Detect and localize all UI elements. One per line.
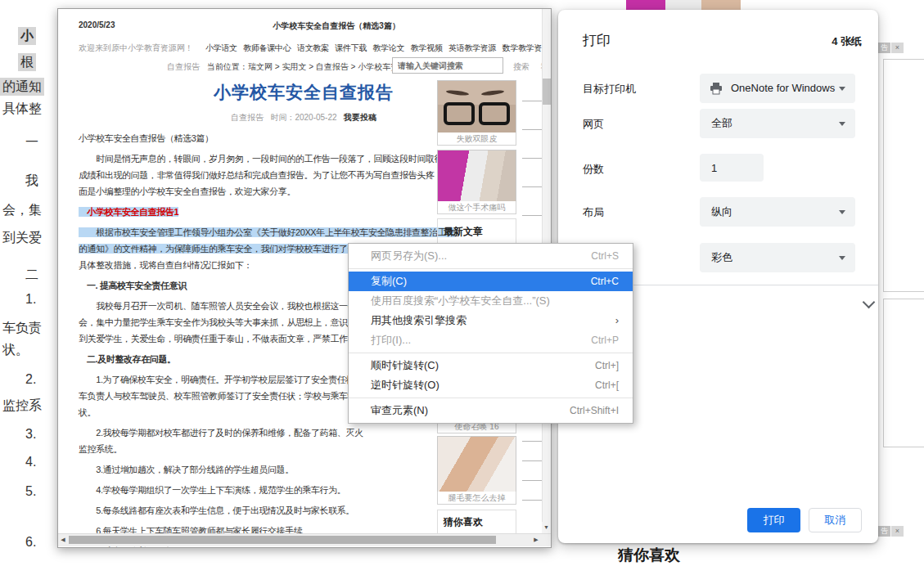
copies-input[interactable] [700,154,764,182]
scroll-right-arrow-icon[interactable]: ▶ [531,533,541,546]
glasses-lens-shape [444,102,475,125]
search-button[interactable]: 搜索 [513,61,530,73]
list-separator [522,215,543,216]
ad-label: 告 [878,526,890,537]
search-input[interactable] [392,57,503,74]
layout-label: 布局 [583,205,604,220]
context-menu-item: 打印(I)...Ctrl+P [349,330,633,350]
article-heading-line: 小学校车安全自查报告1 [79,204,436,220]
menu-item-shortcut: Ctrl+Shift+I [570,401,619,420]
latest-articles-heading: 最新文章 [444,225,483,239]
context-menu-item[interactable]: 顺时针旋转(C)Ctrl+] [349,356,633,375]
pages-select[interactable]: 全部 [700,109,855,138]
menu-item-label: 网页另存为(S)... [371,246,447,266]
article-text-line: 5.每条线路都有座次表和学生信息，便于出现情况及时与家长联系。 [79,502,436,519]
menu-item-label: 使用百度搜索“小学校车安全自查...”(S) [371,291,550,311]
context-menu-item[interactable]: 复制(C)Ctrl+C [349,272,633,291]
ad-badge-top: 告 × [878,43,904,53]
context-menu-item: 网页另存为(S)...Ctrl+S [349,246,633,266]
background-text-fragment: 一 [23,133,41,151]
breadcrumb: 当前位置：瑞文网 > 实用文 > 自查报告 > 小学校车安全自 [207,61,415,73]
menu-item-shortcut: Ctrl+S [591,246,619,266]
background-text-fragment: 1. [23,290,38,308]
document-meta: 自查报告 时间：2020-05-22 我要投稿 [156,112,451,124]
preview-print-date: 2020/5/23 [79,20,115,29]
menu-separator [349,398,633,398]
color-select[interactable]: 彩色 [700,243,855,272]
document-title: 小学校车安全自查报告 [181,81,426,104]
eyebrow-shape [481,89,504,96]
list-separator [522,441,543,442]
pages-value: 全部 [711,109,732,138]
background-text-fragment: 根 [18,53,36,71]
article-text-line: 2.我校每学期都对校车都进行了及时的保养和维修，配备了药箱、灭火 [79,424,436,441]
article-heading-line: 根据市校车安全管理工作领导小组办公室《关于做好20XX年上半年校车安全隐患排查整… [79,224,436,240]
article-text-line: 3.通过增加趟次，解决了部分线路的学生超员问题。 [79,461,436,478]
thumbnail-caption[interactable]: 腿毛要怎么去掉 [437,492,516,505]
menu-item-label: 用其他搜索引擎搜索 [371,311,467,330]
menu-item-shortcut: Ctrl+C [591,272,619,291]
background-text-fragment: 6. [23,533,38,551]
background-text-fragment: 5. [23,483,38,501]
background-text-fragment: 车负责 [0,319,44,337]
print-button[interactable]: 打印 [747,508,800,532]
layout-select[interactable]: 纵向 [700,197,855,227]
thumbnail-glasses-image[interactable] [437,80,516,134]
list-separator [522,480,543,481]
site-nav[interactable]: 小学语文 教师备课中心 语文教案 课件下载 教学论文 教学视频 英语教学资源 数… [205,43,552,54]
context-menu-item[interactable]: 逆时针旋转(O)Ctrl+[ [349,375,633,395]
ad-close-icon[interactable]: × [891,43,904,53]
background-ad-box-2 [883,299,924,447]
background-ad-box [883,59,924,292]
guess-you-like-heading: 猜你喜欢 [444,515,483,529]
layout-value: 纵向 [711,197,732,227]
background-text-fragment: 二 [23,266,41,284]
background-text-fragment: 具体整 [0,100,44,118]
menu-item-label: 逆时针旋转(O) [371,375,439,395]
ad-close-icon[interactable]: × [891,526,904,537]
horizontal-scrollbar-thumb[interactable] [69,536,496,544]
destination-label: 目标打印机 [583,82,636,97]
cancel-button[interactable]: 取消 [809,508,862,532]
context-menu-item[interactable]: 用其他搜索引擎搜索› [349,311,633,330]
article-text-line: 时间是悄无声息的，转眼间，岁月匆匆，一段时间的的工作告一段落了，回顾这段时间取得… [79,150,436,167]
thumbnail-caption[interactable]: 做这个手术痛吗 [437,201,516,214]
meta-submit-link[interactable]: 我要投稿 [344,113,376,122]
scroll-left-arrow-icon[interactable]: ◀ [58,533,68,546]
glasses-lens-shape [479,102,510,125]
context-menu-item[interactable]: 审查元素(N)Ctrl+Shift+I [349,401,633,420]
site-category-link[interactable]: 自查报告 [167,61,200,73]
sheet-count: 4 张纸 [832,34,862,49]
copies-label: 份数 [583,162,604,177]
scroll-down-arrow-icon[interactable]: ▼ [542,522,551,533]
menu-item-label: 复制(C) [371,272,407,291]
background-text-fragment: 的通知 [0,78,44,96]
preview-print-title: 小学校车安全自查报告（精选3篇） [205,20,467,32]
destination-select[interactable]: OneNote for Windows [700,74,855,103]
destination-value: OneNote for Windows [731,74,835,103]
printer-icon [710,82,723,95]
context-menu: 网页另存为(S)...Ctrl+S复制(C)Ctrl+C使用百度搜索“小学校车安… [348,243,633,424]
chevron-down-icon [839,87,845,91]
menu-item-label: 打印(I)... [371,330,411,350]
background-text-fragment: 会，集 [0,201,44,219]
chevron-down-icon [839,122,845,126]
background-text-fragment: 2. [23,371,38,389]
background-text-fragment: 状。 [0,341,31,359]
background-text-fragment: 小 [18,27,36,45]
vertical-scrollbar-thumb[interactable] [543,79,551,105]
article-text-line: 面是小编整理的小学校车安全自查报告，欢迎大家分享。 [79,183,436,200]
ad-label: 告 [878,43,890,53]
site-welcome-text: 欢迎来到原中小学教育资源网！ [79,43,193,54]
article-text-line: 成绩和出现的问题，非常值得我们做好总结和完成自查报告。为了让您不再为写自查报告头… [79,167,436,183]
pages-label: 网页 [583,117,604,132]
article-text-line: 4.学校每学期组织了一次学生上下车演练，规范学生的乘车行为。 [79,482,436,498]
color-value: 彩色 [711,243,732,272]
thumbnail-caption[interactable]: 失败双眼皮 [437,133,516,146]
thumbnail-surgery-image[interactable] [437,150,516,203]
list-separator [522,460,543,461]
background-text-fragment: 监控系 [0,397,44,415]
thumbnail-leg-image[interactable] [437,436,516,493]
more-settings-chevron-icon[interactable] [863,296,876,309]
print-dialog-title: 打印 [583,31,611,50]
